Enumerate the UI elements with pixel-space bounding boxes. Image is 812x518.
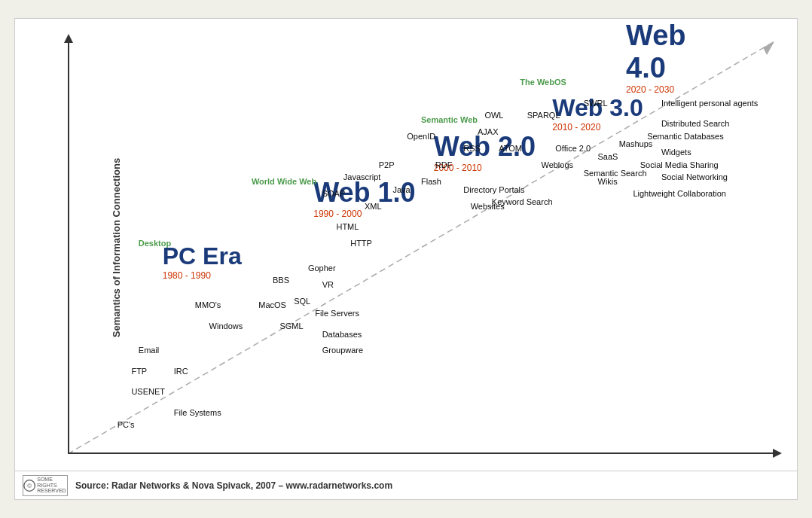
label-flash: Flash bbox=[421, 177, 441, 186]
label-macos: MacOS bbox=[258, 300, 286, 309]
label-ftp: FTP bbox=[131, 367, 147, 376]
pc-era-label: PC Era 1980 - 1990 bbox=[163, 242, 242, 281]
label-soap: SOAP bbox=[322, 189, 346, 198]
label-directory-portals: Directory Portals bbox=[463, 185, 524, 194]
label-usenet: USENET bbox=[131, 387, 165, 396]
label-weblogs: Weblogs bbox=[541, 160, 573, 169]
label-file-servers: File Servers bbox=[315, 309, 359, 318]
label-mmos: MMO's bbox=[195, 300, 221, 309]
label-bbs: BBS bbox=[273, 276, 289, 285]
label-javascript: Javascript bbox=[343, 172, 381, 181]
label-distributed-search: Distributed Search bbox=[661, 119, 730, 128]
label-wikis: Wikis bbox=[598, 177, 618, 186]
label-owl: OWL bbox=[484, 111, 503, 120]
label-sql: SQL bbox=[294, 297, 310, 306]
webos-label: The WebOS bbox=[520, 78, 566, 87]
chart-wrapper: Semantics of Social Connections Semantic… bbox=[14, 18, 798, 500]
svg-text:©: © bbox=[27, 483, 32, 489]
web40-label: Web 4.0 2020 - 2030 bbox=[626, 20, 725, 95]
label-atom: ATOM bbox=[499, 144, 522, 153]
label-http: HTTP bbox=[350, 239, 372, 248]
desktop-label: Desktop bbox=[139, 239, 171, 248]
cc-badge: © SOME RIGHTSRESERVED bbox=[23, 475, 68, 496]
label-semantic-databases: Semantic Databases bbox=[647, 132, 724, 141]
label-java: Java bbox=[392, 185, 410, 194]
label-saas: SaaS bbox=[598, 152, 618, 161]
label-databases: Databases bbox=[322, 330, 362, 339]
source-bar: © SOME RIGHTSRESERVED Source: Radar Netw… bbox=[15, 471, 797, 499]
label-pcs: PC's bbox=[118, 420, 135, 429]
label-html: HTML bbox=[336, 222, 359, 231]
label-sgml: SGML bbox=[279, 321, 303, 331]
label-intelligent-agents: Intelligent personal agents bbox=[661, 99, 758, 108]
label-keyword-search: Keyword Search bbox=[492, 197, 553, 206]
label-widgets: Widgets bbox=[661, 148, 691, 157]
svg-marker-1 bbox=[763, 41, 774, 55]
cc-text: SOME RIGHTSRESERVED bbox=[37, 477, 67, 494]
label-swrl: SWRL bbox=[584, 99, 608, 108]
label-social-networking: Social Networking bbox=[661, 172, 728, 181]
label-office20: Office 2.0 bbox=[555, 144, 591, 153]
x-axis bbox=[68, 452, 774, 454]
cc-icon: © bbox=[23, 478, 35, 493]
label-rss: RSS bbox=[463, 144, 481, 153]
label-groupware: Groupware bbox=[322, 346, 363, 355]
label-ajax: AJAX bbox=[478, 127, 499, 136]
y-axis bbox=[68, 41, 69, 454]
x-axis-arrow bbox=[773, 449, 782, 458]
y-axis-arrow bbox=[64, 34, 73, 43]
label-file-systems: File Systems bbox=[174, 408, 221, 417]
y-axis-label: Semantics of Information Connections bbox=[111, 158, 122, 337]
label-email: Email bbox=[139, 346, 160, 355]
label-rdf: RDF bbox=[435, 160, 453, 169]
semantic-web-label: Semantic Web bbox=[421, 115, 478, 124]
label-sparql: SPARQL bbox=[527, 111, 560, 120]
label-semantic-search: Semantic Search bbox=[584, 169, 647, 178]
label-p2p: P2P bbox=[379, 160, 395, 169]
page-container: Semantics of Social Connections Semantic… bbox=[0, 0, 812, 518]
label-xml: XML bbox=[365, 202, 382, 211]
label-openid: OpenID bbox=[407, 132, 435, 141]
source-text: Source: Radar Networks & Nova Spivack, 2… bbox=[75, 480, 392, 491]
label-vr: VR bbox=[322, 280, 334, 289]
label-irc: IRC bbox=[174, 367, 188, 376]
label-social-media: Social Media Sharing bbox=[640, 160, 719, 169]
label-windows: Windows bbox=[209, 321, 243, 331]
chart-area: Semantics of Social Connections Semantic… bbox=[68, 41, 774, 454]
world-wide-web-label: World Wide Web bbox=[252, 177, 316, 186]
label-lightweight-collab: Lightweight Collaboration bbox=[633, 189, 726, 198]
label-gopher: Gopher bbox=[308, 264, 336, 273]
label-mashups: Mashups bbox=[619, 139, 653, 148]
